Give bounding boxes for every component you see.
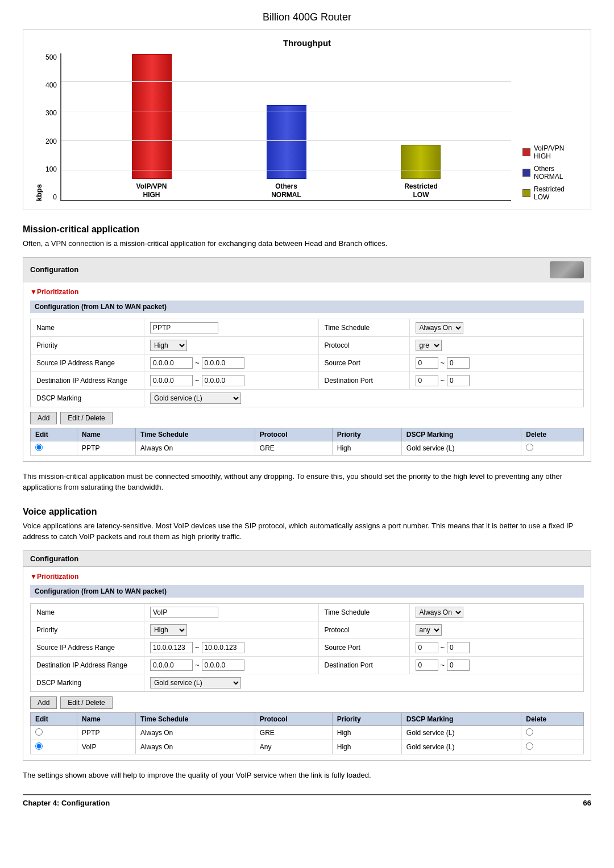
row-name-2b: VoIP — [77, 740, 136, 754]
time-schedule-select-2[interactable]: Always On — [416, 607, 463, 618]
delete-radio-2b[interactable] — [521, 740, 584, 754]
config-header-2: Configuration — [23, 551, 591, 567]
source-ip-from-1[interactable] — [150, 357, 193, 369]
dscp-select-2[interactable]: Gold service (L) — [150, 677, 241, 688]
row-time-2a: Always On — [135, 725, 255, 740]
chapter-label: Chapter 4: Configuration — [23, 799, 110, 807]
config-header-title-1: Configuration — [30, 265, 78, 274]
edit-delete-button-2[interactable]: Edit / Delete — [60, 696, 112, 709]
edit-radio-1[interactable] — [31, 441, 77, 455]
bar-label-others: OthersNORMAL — [271, 182, 301, 200]
edit-radio-2a[interactable] — [31, 725, 77, 740]
col-delete-1: Delete — [521, 428, 584, 441]
mission-critical-config-box: Configuration ▼Prioritization Configurat… — [23, 257, 591, 462]
row-protocol-2a: GRE — [255, 725, 332, 740]
page-number: 66 — [583, 799, 591, 807]
dscp-select-1[interactable]: Gold service (L) — [150, 393, 241, 404]
dest-port-to-2[interactable] — [447, 660, 470, 671]
col-time-schedule-2: Time Schedule — [135, 712, 255, 725]
form-dest-ip-label-1: Destination IP Address Range — [31, 372, 144, 389]
col-priority-2: Priority — [332, 712, 401, 725]
form-name-label-1: Name — [31, 319, 144, 336]
legend-restricted: RestrictedLOW — [522, 185, 579, 201]
form-source-port-label-2: Source Port — [319, 639, 410, 656]
source-port-from-2[interactable] — [416, 642, 438, 653]
prioritization-label-1: ▼Prioritization — [30, 288, 584, 296]
add-button-2[interactable]: Add — [30, 696, 57, 709]
legend-voip: VoIP/VPNHIGH — [522, 144, 579, 160]
col-protocol-2: Protocol — [255, 712, 332, 725]
col-protocol-1: Protocol — [255, 428, 332, 441]
voice-application-note: The settings shown above will help to im… — [23, 770, 591, 781]
mission-critical-title: Mission-critical application — [23, 224, 591, 235]
delete-radio-1[interactable] — [521, 441, 584, 455]
edit-delete-button-1[interactable]: Edit / Delete — [60, 412, 112, 424]
row-dscp-2b: Gold service (L) — [401, 740, 521, 754]
col-time-schedule-1: Time Schedule — [135, 428, 255, 441]
col-priority-1: Priority — [332, 428, 401, 441]
bar-label-restricted: RestrictedLOW — [404, 182, 438, 200]
mission-critical-section: Mission-critical application Often, a VP… — [23, 224, 591, 493]
form-time-schedule-label-2: Time Schedule — [319, 604, 410, 621]
form-buttons-2: Add Edit / Delete — [30, 696, 584, 709]
priority-select-1[interactable]: High Normal Low — [150, 340, 187, 351]
bar-others: OthersNORMAL — [267, 105, 306, 200]
form-dest-ip-label-2: Destination IP Address Range — [31, 657, 144, 674]
row-name-1: PPTP — [77, 441, 136, 455]
source-port-from-1[interactable] — [416, 357, 438, 369]
row-time-2b: Always On — [135, 740, 255, 754]
voice-application-config-box: Configuration ▼Prioritization Configurat… — [23, 550, 591, 761]
protocol-select-1[interactable]: gre any — [416, 340, 442, 351]
dest-port-to-1[interactable] — [447, 375, 470, 386]
table-row: PPTP Always On GRE High Gold service (L) — [31, 725, 584, 740]
dest-port-from-2[interactable] — [416, 660, 438, 671]
row-protocol-1: GRE — [255, 441, 332, 455]
form-buttons-1: Add Edit / Delete — [30, 412, 584, 424]
form-dscp-label-1: DSCP Marking — [31, 390, 144, 407]
config-header-1: Configuration — [23, 258, 591, 282]
dest-ip-to-2[interactable] — [202, 660, 244, 671]
dest-port-from-1[interactable] — [416, 375, 438, 386]
form-priority-label-1: Priority — [31, 337, 144, 354]
chart-legend: VoIP/VPNHIGH OthersNORMAL RestrictedLOW — [511, 144, 579, 201]
delete-radio-2a[interactable] — [521, 725, 584, 740]
legend-others: OthersNORMAL — [522, 165, 579, 181]
edit-radio-2b[interactable] — [31, 740, 77, 754]
source-ip-to-2[interactable] — [202, 642, 244, 653]
form-time-schedule-label-1: Time Schedule — [319, 319, 410, 336]
dest-ip-to-1[interactable] — [202, 375, 244, 386]
name-input-1[interactable] — [150, 322, 218, 333]
voice-application-table: Edit Name Time Schedule Protocol Priorit… — [30, 712, 584, 754]
row-dscp-2a: Gold service (L) — [401, 725, 521, 740]
dest-ip-from-2[interactable] — [150, 660, 193, 671]
mission-critical-desc: Often, a VPN connection is a mission-cri… — [23, 238, 591, 249]
time-schedule-select-1[interactable]: Always On — [416, 322, 463, 333]
y-axis-ticks: 500 400 300 200 100 0 — [45, 53, 60, 201]
source-port-to-1[interactable] — [447, 357, 470, 369]
protocol-select-2[interactable]: any gre — [416, 624, 442, 636]
source-ip-to-1[interactable] — [202, 357, 244, 369]
bar-label-voip-vpn: VoIP/VPNHIGH — [136, 182, 167, 200]
source-ip-from-2[interactable] — [150, 642, 193, 653]
col-edit-2: Edit — [31, 712, 77, 725]
throughput-chart: Throughput kbps 500 400 300 200 100 0 — [23, 29, 591, 210]
col-name-1: Name — [77, 428, 136, 441]
col-dscp-1: DSCP Marking — [401, 428, 521, 441]
dest-ip-from-1[interactable] — [150, 375, 193, 386]
chart-title: Throughput — [35, 38, 579, 48]
name-input-2[interactable] — [150, 607, 218, 618]
config-header-title-2: Configuration — [30, 554, 78, 563]
source-port-to-2[interactable] — [447, 642, 470, 653]
form-source-ip-label-1: Source IP Address Range — [31, 354, 144, 372]
table-row: PPTP Always On GRE High Gold service (L) — [31, 441, 584, 455]
voice-application-desc: Voice applications are latency-sensitive… — [23, 520, 591, 542]
form-name-label-2: Name — [31, 604, 144, 621]
form-dest-port-label-1: Destination Port — [319, 372, 410, 389]
row-priority-1: High — [332, 441, 401, 455]
form-source-ip-label-2: Source IP Address Range — [31, 639, 144, 656]
config-subtitle-2: Configuration (from LAN to WAN packet) — [30, 585, 584, 598]
add-button-1[interactable]: Add — [30, 412, 57, 424]
voice-application-section: Voice application Voice applications are… — [23, 507, 591, 781]
row-protocol-2b: Any — [255, 740, 332, 754]
priority-select-2[interactable]: High Normal Low — [150, 624, 187, 636]
